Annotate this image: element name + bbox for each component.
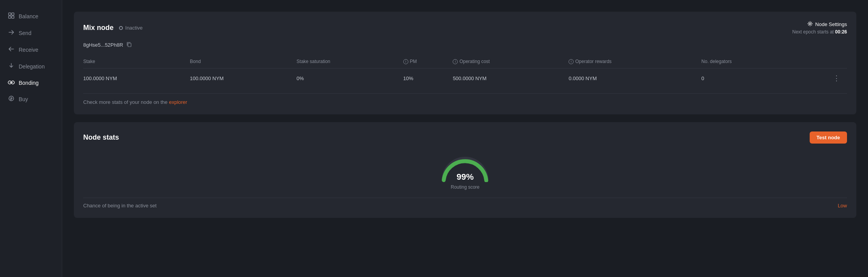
cell-no-delegators: 0: [702, 68, 799, 88]
delegation-icon: [8, 63, 15, 70]
svg-rect-2: [9, 16, 11, 18]
gauge-wrapper: 99%: [438, 153, 492, 182]
sidebar-item-delegation[interactable]: Delegation: [0, 58, 62, 75]
epoch-time: 00:26: [835, 29, 847, 35]
svg-rect-3: [12, 16, 14, 18]
col-operating-cost: i Operating cost: [453, 55, 569, 68]
pm-info-icon[interactable]: i: [403, 59, 408, 64]
table-row: 100.0000 NYM 100.0000 NYM 0% 10% 500.000…: [83, 68, 847, 88]
sidebar-item-label: Delegation: [19, 63, 45, 70]
sidebar-item-receive[interactable]: Receive: [0, 41, 62, 58]
node-stats-table: Stake Bond Stake saturation i PM i Opera…: [83, 55, 847, 88]
mixnode-card-header: Mix node Inactive Node Settings: [83, 21, 847, 35]
node-id-row: 8gHse5...52Ph8R: [83, 42, 847, 48]
gauge-container: 99% Routing score: [83, 153, 847, 190]
cell-more-actions: ⋮: [798, 68, 847, 88]
gauge-label: Routing score: [451, 184, 480, 190]
col-stake-saturation: Stake saturation: [297, 55, 403, 68]
cell-pm: 10%: [403, 68, 453, 88]
gauge-value: 99%: [457, 172, 474, 182]
explorer-static-text: Check more stats of your node on the: [83, 99, 168, 105]
sidebar-item-label: Balance: [19, 13, 38, 19]
sidebar-item-send[interactable]: Send: [0, 25, 62, 41]
bonding-icon: [8, 79, 15, 86]
node-settings-group: Node Settings Next epoch starts at 00:26: [792, 21, 847, 35]
col-operator-rewards: i Operator rewards: [569, 55, 701, 68]
cell-operator-rewards: 0.0000 NYM: [569, 68, 701, 88]
operating-cost-info-icon[interactable]: i: [453, 59, 458, 64]
cell-operating-cost: 500.0000 NYM: [453, 68, 569, 88]
active-set-row: Chance of being in the active set Low: [83, 198, 847, 209]
buy-icon: [8, 95, 15, 103]
balance-icon: [8, 12, 15, 20]
settings-icon: [807, 21, 813, 28]
sidebar-item-label: Send: [19, 30, 32, 36]
operator-rewards-info-icon[interactable]: i: [569, 59, 574, 64]
cell-stake: 100.0000 NYM: [83, 68, 190, 88]
svg-rect-8: [128, 43, 131, 47]
node-stats-card: Node stats Test node 99% Routing score C…: [74, 122, 856, 218]
mixnode-title: Mix node: [83, 24, 114, 32]
svg-rect-1: [12, 13, 14, 15]
sidebar-item-label: Bonding: [19, 80, 38, 86]
sidebar-item-label: Buy: [19, 96, 28, 102]
more-actions-button[interactable]: ⋮: [830, 74, 843, 82]
active-set-value: Low: [838, 203, 847, 209]
sidebar-item-balance[interactable]: Balance: [0, 8, 62, 25]
main-content: Mix node Inactive Node Settings: [62, 0, 868, 277]
cell-bond: 100.0000 NYM: [190, 68, 296, 88]
receive-icon: [8, 46, 15, 53]
explorer-text-row: Check more stats of your node on the exp…: [83, 93, 847, 105]
col-stake: Stake: [83, 55, 190, 68]
sidebar-item-buy[interactable]: Buy: [0, 91, 62, 107]
epoch-label: Next epoch starts at: [792, 29, 834, 35]
epoch-text: Next epoch starts at 00:26: [792, 29, 847, 35]
svg-point-7: [809, 23, 811, 25]
status-dot-inactive: [119, 26, 123, 30]
card-title-group: Mix node Inactive: [83, 24, 143, 32]
col-pm: i PM: [403, 55, 453, 68]
explorer-link[interactable]: explorer: [169, 99, 187, 105]
col-bond: Bond: [190, 55, 296, 68]
node-id: 8gHse5...52Ph8R: [83, 42, 123, 48]
cell-stake-saturation: 0%: [297, 68, 403, 88]
node-settings-button[interactable]: Node Settings: [807, 21, 847, 28]
mixnode-card: Mix node Inactive Node Settings: [74, 12, 856, 114]
svg-rect-0: [9, 13, 11, 15]
sidebar: Balance Send Receive Delegation: [0, 0, 62, 277]
stats-title: Node stats: [83, 133, 119, 142]
sidebar-item-label: Receive: [19, 47, 38, 53]
copy-icon[interactable]: [126, 42, 132, 48]
test-node-button[interactable]: Test node: [810, 131, 847, 144]
status-label: Inactive: [125, 25, 143, 31]
send-icon: [8, 29, 15, 37]
stats-header: Node stats Test node: [83, 131, 847, 144]
status-badge: Inactive: [119, 25, 143, 31]
col-no-delegators: No. delegators: [702, 55, 799, 68]
active-set-label: Chance of being in the active set: [83, 203, 157, 209]
sidebar-item-bonding[interactable]: Bonding: [0, 75, 62, 91]
col-actions: [798, 55, 847, 68]
node-settings-label: Node Settings: [815, 21, 847, 27]
